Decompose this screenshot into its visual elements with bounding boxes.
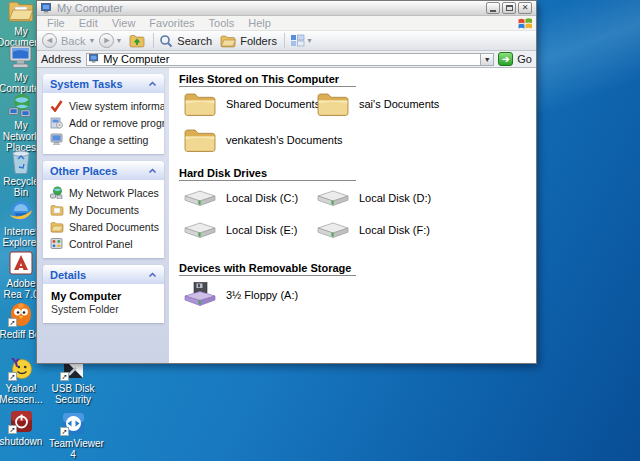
details-card: Details My Computer System Folder <box>43 265 164 323</box>
shared-folder-icon <box>49 220 64 234</box>
floppy-drive-icon <box>183 282 217 308</box>
drive-item-e[interactable]: Local Disk (E:) <box>183 220 298 240</box>
drive-item-d[interactable]: Local Disk (D:) <box>316 188 431 208</box>
menu-file[interactable]: File <box>40 17 72 29</box>
hard-disk-icon <box>316 188 350 208</box>
internet-explorer-icon <box>8 198 34 224</box>
go-label: Go <box>517 53 532 65</box>
software-box-icon <box>49 116 64 130</box>
window-title: My Computer <box>57 2 484 14</box>
maximize-button[interactable] <box>502 2 516 14</box>
section-divider <box>179 180 356 181</box>
close-button[interactable]: ✕ <box>518 2 532 14</box>
go-button[interactable]: ➔ <box>498 52 513 66</box>
file-item-sais-documents[interactable]: sai's Documents <box>316 90 439 118</box>
menu-favorites[interactable]: Favorites <box>142 17 201 29</box>
settings-monitor-icon <box>49 133 64 147</box>
folder-icon <box>183 90 217 118</box>
yahoo-messenger-icon: ➚ <box>8 355 34 381</box>
details-item-name: My Computer <box>51 290 156 302</box>
address-value: My Computer <box>103 53 169 65</box>
minimize-button[interactable] <box>486 2 500 14</box>
address-input[interactable]: My Computer <box>86 53 481 66</box>
drive-item-c[interactable]: Local Disk (C:) <box>183 188 298 208</box>
task-view-system-information[interactable]: View system information <box>49 97 160 114</box>
menu-edit[interactable]: Edit <box>72 17 105 29</box>
menu-bar: File Edit View Favorites Tools Help <box>37 16 536 31</box>
shortcut-arrow-icon: ➚ <box>60 372 69 381</box>
window-titlebar[interactable]: My Computer ✕ <box>37 1 536 16</box>
desktop: My Documents My Computer My Network Plac… <box>0 0 640 461</box>
place-my-documents[interactable]: My Documents <box>49 201 160 218</box>
details-header[interactable]: Details <box>43 265 164 284</box>
back-icon: ◄ <box>42 33 57 48</box>
recycle-bin-icon <box>8 148 34 174</box>
chevron-up-icon[interactable] <box>148 81 157 87</box>
toolbar: ◄ Back ▼ ► ▼ Search Folders <box>37 31 536 51</box>
address-my-computer-icon <box>89 54 100 64</box>
shutdown-icon: ➚ <box>8 408 34 434</box>
place-my-network-places[interactable]: My Network Places <box>49 184 160 201</box>
section-divider <box>179 275 356 276</box>
views-dropdown-icon[interactable]: ▼ <box>306 37 313 44</box>
file-item-venkateshs-documents[interactable]: venkatesh's Documents <box>183 126 342 154</box>
rediff-bol-icon: ➚ <box>8 301 34 327</box>
desktop-icon-label: shutdown <box>0 436 42 447</box>
forward-icon: ► <box>99 33 114 48</box>
section-title-removable: Devices with Removable Storage <box>179 262 351 274</box>
search-icon <box>159 34 173 48</box>
toolbar-separator <box>153 33 154 48</box>
hard-disk-icon <box>183 220 217 240</box>
address-dropdown-button[interactable]: ▼ <box>481 53 494 66</box>
other-places-card: Other Places My Network Places My Docume… <box>43 161 164 258</box>
my-documents-icon <box>8 0 34 24</box>
window-my-computer-icon <box>41 3 53 14</box>
desktop-icon-teamviewer[interactable]: ➚ TeamViewer 4 <box>50 410 96 460</box>
menu-help[interactable]: Help <box>241 17 278 29</box>
up-button[interactable] <box>129 33 145 48</box>
views-button[interactable]: ▼ <box>290 34 317 47</box>
documents-folder-icon <box>49 203 64 217</box>
back-button[interactable]: ◄ Back ▼ <box>42 33 99 48</box>
section-title-hard-disks: Hard Disk Drives <box>179 167 267 179</box>
forward-button[interactable]: ► ▼ <box>99 33 126 48</box>
file-item-shared-documents[interactable]: Shared Documents <box>183 90 320 118</box>
desktop-icon-shutdown[interactable]: ➚ shutdown <box>0 408 44 447</box>
desktop-icon-label: USB Disk Security <box>50 383 96 405</box>
back-dropdown-icon[interactable]: ▼ <box>88 37 95 44</box>
up-folder-icon <box>129 33 145 48</box>
menu-tools[interactable]: Tools <box>202 17 242 29</box>
toolbar-separator <box>284 33 285 48</box>
shortcut-arrow-icon: ➚ <box>8 372 17 381</box>
drive-item-f[interactable]: Local Disk (F:) <box>316 220 430 240</box>
network-globe-icon <box>49 186 64 200</box>
task-pane: System Tasks View system information Add… <box>37 68 169 363</box>
menu-view[interactable]: View <box>105 17 143 29</box>
drive-item-floppy-a[interactable]: 3½ Floppy (A:) <box>183 282 298 308</box>
chevron-up-icon[interactable] <box>148 272 157 278</box>
folders-icon <box>220 34 236 48</box>
teamviewer-icon: ➚ <box>60 410 86 436</box>
place-shared-documents[interactable]: Shared Documents <box>49 218 160 235</box>
shortcut-arrow-icon: ➚ <box>8 318 17 327</box>
other-places-header[interactable]: Other Places <box>43 161 164 180</box>
task-add-remove-programs[interactable]: Add or remove programs <box>49 114 160 131</box>
address-label: Address <box>41 53 81 65</box>
adobe-reader-icon <box>8 250 34 276</box>
views-icon <box>290 34 305 47</box>
my-network-places-icon <box>8 92 34 118</box>
windows-logo-icon <box>518 17 533 30</box>
section-divider <box>179 86 356 87</box>
chevron-up-icon[interactable] <box>148 168 157 174</box>
control-panel-icon <box>49 237 64 251</box>
shortcut-arrow-icon: ➚ <box>60 427 69 436</box>
task-change-a-setting[interactable]: Change a setting <box>49 131 160 148</box>
search-button[interactable]: Search <box>159 34 214 48</box>
hard-disk-icon <box>183 188 217 208</box>
system-tasks-header[interactable]: System Tasks <box>43 74 164 93</box>
shortcut-arrow-icon: ➚ <box>8 425 17 434</box>
forward-dropdown-icon[interactable]: ▼ <box>115 37 122 44</box>
folders-button[interactable]: Folders <box>220 34 279 48</box>
checkmark-icon <box>49 99 64 113</box>
place-control-panel[interactable]: Control Panel <box>49 235 160 252</box>
